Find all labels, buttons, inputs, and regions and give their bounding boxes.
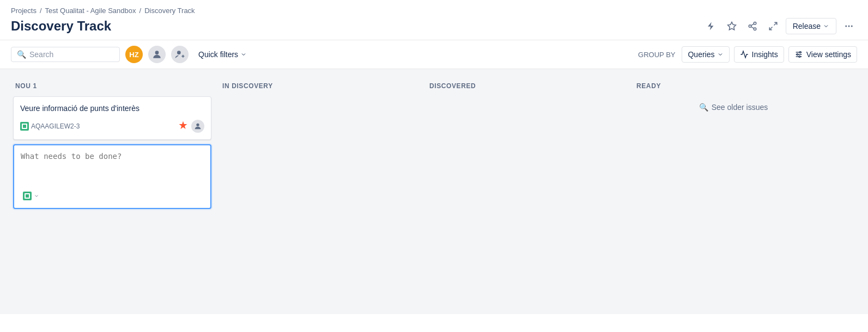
expand-button[interactable]: [765, 18, 781, 34]
breadcrumb-sep2: /: [139, 7, 142, 15]
avatar-hz[interactable]: HZ: [125, 46, 143, 63]
toolbar-right: GROUP BY Queries Insights View settings: [638, 46, 857, 63]
column-header-ready: READY: [634, 78, 833, 92]
page-title: Discovery Track: [11, 19, 111, 34]
svg-point-18: [799, 52, 801, 53]
queries-button[interactable]: Queries: [682, 46, 729, 63]
view-settings-label: View settings: [806, 50, 851, 59]
new-issue-type-chevron-icon: [34, 193, 39, 199]
breadcrumb: Projects / Test Qualitat - Agile Sandbox…: [11, 7, 857, 15]
insights-label: Insights: [752, 50, 778, 59]
priority-icon: [178, 120, 188, 132]
card-title: Veure informació de punts d'interès: [20, 103, 204, 114]
see-older-search-icon: 🔍: [699, 103, 708, 112]
ellipsis-icon: [844, 21, 854, 31]
svg-point-1: [754, 22, 756, 25]
lightning-icon: [706, 21, 716, 31]
breadcrumb-current: Discovery Track: [144, 7, 195, 15]
user-icon: [151, 49, 162, 60]
table-row: Veure informació de punts d'interès AQAA…: [13, 96, 211, 140]
search-input-wrap: 🔍: [11, 47, 120, 62]
new-issue-type-button[interactable]: [21, 190, 41, 201]
breadcrumb-project[interactable]: Test Qualitat - Agile Sandbox: [45, 7, 136, 15]
svg-point-10: [851, 26, 853, 27]
card-meta: AQAAGILEW2-3: [20, 120, 204, 133]
new-issue-type-icon: [23, 192, 32, 200]
assignee-user-icon: [193, 122, 202, 131]
svg-line-6: [774, 22, 776, 25]
search-input[interactable]: [29, 50, 106, 59]
avatar-generic[interactable]: [148, 46, 166, 63]
release-label: Release: [793, 22, 821, 30]
svg-point-20: [799, 56, 800, 58]
column-header-discovered: DISCOVERED: [427, 78, 626, 92]
quick-filters-button[interactable]: Quick filters: [194, 47, 251, 62]
new-issue-input[interactable]: [21, 152, 204, 185]
share-icon: [748, 21, 757, 31]
column-header-nou: NOU 1: [13, 78, 211, 92]
card-right-meta: [178, 120, 204, 133]
queries-chevron-icon: [717, 51, 724, 58]
breadcrumb-sep1: /: [40, 7, 42, 15]
group-by-label: GROUP BY: [638, 51, 675, 59]
more-button[interactable]: [841, 18, 857, 34]
column-ready: READY 🔍 See older issues: [630, 78, 837, 305]
see-older-issues[interactable]: 🔍 See older issues: [634, 96, 833, 118]
view-settings-icon: [794, 50, 803, 59]
board: NOU 1 Veure informació de punts d'interè…: [0, 69, 868, 314]
insights-button[interactable]: Insights: [734, 46, 784, 63]
lightning-button[interactable]: [703, 18, 719, 34]
svg-line-7: [769, 27, 772, 30]
search-icon: 🔍: [17, 50, 26, 59]
svg-marker-0: [727, 22, 736, 30]
queries-label: Queries: [688, 50, 714, 59]
svg-point-21: [196, 123, 199, 126]
issue-id[interactable]: AQAAGILEW2-3: [31, 122, 80, 130]
star-button[interactable]: [724, 18, 740, 34]
issue-type-icon: [20, 122, 29, 131]
card-badge: AQAAGILEW2-3: [20, 122, 80, 131]
share-button[interactable]: [744, 18, 761, 34]
header-actions: Release: [703, 18, 857, 34]
issue-icon-inner: [22, 124, 27, 129]
new-issue-card: [13, 144, 211, 209]
svg-point-19: [797, 54, 798, 56]
expand-icon: [768, 21, 778, 31]
insights-icon: [740, 50, 749, 59]
svg-line-5: [751, 24, 754, 26]
page-title-row: Discovery Track Release: [11, 18, 857, 34]
svg-point-2: [749, 25, 751, 28]
svg-point-8: [845, 26, 847, 27]
column-discovered: DISCOVERED: [423, 78, 630, 305]
breadcrumb-projects[interactable]: Projects: [11, 7, 37, 15]
release-button[interactable]: Release: [786, 18, 836, 34]
star-icon: [727, 21, 737, 31]
quick-filters-chevron-icon: [240, 51, 247, 58]
svg-point-12: [177, 51, 181, 54]
svg-line-4: [751, 27, 754, 28]
column-nou: NOU 1 Veure informació de punts d'interè…: [9, 78, 216, 305]
column-header-in-discovery: IN DISCOVERY: [220, 78, 418, 92]
view-settings-button[interactable]: View settings: [788, 46, 857, 63]
see-older-label: See older issues: [712, 103, 768, 112]
assignee-avatar[interactable]: [191, 120, 204, 133]
column-in-discovery: IN DISCOVERY: [216, 78, 423, 305]
new-issue-icon-inner: [25, 193, 30, 199]
header-area: Projects / Test Qualitat - Agile Sandbox…: [0, 0, 868, 40]
new-issue-footer: [21, 190, 204, 201]
quick-filters-label: Quick filters: [198, 50, 238, 59]
svg-point-11: [155, 51, 159, 54]
svg-point-9: [848, 26, 850, 27]
release-chevron-icon: [823, 23, 829, 29]
toolbar: 🔍 HZ Quick filters GROUP BY Queries Insi…: [0, 40, 868, 69]
avatar-add[interactable]: [171, 46, 189, 63]
svg-point-3: [754, 28, 756, 30]
add-user-icon: [174, 49, 185, 60]
